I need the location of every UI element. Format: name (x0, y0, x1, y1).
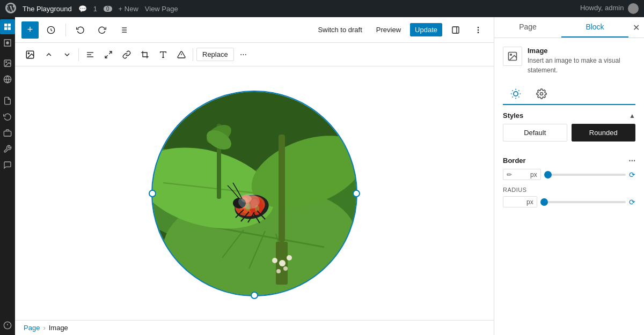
sidebar-icon-blocks[interactable] (0, 19, 15, 34)
switch-to-draft-button[interactable]: Switch to draft (313, 23, 367, 36)
svg-point-23 (478, 29, 478, 30)
breadcrumb-sep: › (43, 324, 45, 332)
radius-value-input[interactable] (507, 198, 525, 206)
rounded-image[interactable] (152, 92, 356, 295)
border-slider[interactable] (544, 174, 626, 176)
align-button[interactable] (82, 48, 98, 62)
add-block-button[interactable]: + (21, 21, 39, 39)
move-up-button[interactable] (41, 48, 57, 62)
more-options-button[interactable] (469, 23, 487, 37)
sidebar-icon-pages[interactable] (0, 125, 15, 140)
move-down-button[interactable] (59, 48, 75, 62)
redo-button[interactable] (93, 23, 111, 37)
toolbar-right: Switch to draft Preview Update (313, 23, 487, 37)
close-sidebar-button[interactable]: ✕ (628, 17, 644, 38)
sidebar-icon-page[interactable] (0, 93, 15, 108)
canvas (15, 66, 494, 320)
resize-handle-right[interactable] (353, 190, 360, 197)
resize-handle-bottom[interactable] (251, 292, 258, 299)
resize-handle-left[interactable] (149, 190, 156, 197)
image-container (152, 92, 356, 295)
style-buttons: Default Rounded (503, 124, 635, 142)
style-tab-visual[interactable] (503, 84, 529, 105)
warning-button[interactable] (173, 48, 189, 62)
site-name[interactable]: The Playground (23, 5, 72, 13)
styles-label: Styles (503, 111, 523, 120)
block-toolbar-sep-1 (78, 48, 79, 61)
styles-section-header: Styles ▲ (503, 105, 635, 124)
breadcrumb: Page › Image (15, 320, 494, 335)
block-name: Image (528, 47, 635, 55)
border-link-icon[interactable]: ⟳ (629, 170, 635, 179)
view-page-link[interactable]: View Page (145, 5, 178, 13)
svg-point-4 (6, 41, 9, 44)
breadcrumb-page[interactable]: Page (24, 324, 40, 332)
block-tab[interactable]: Block (561, 17, 628, 38)
undo-button[interactable] (71, 23, 90, 37)
svg-rect-3 (8, 27, 11, 30)
sidebar-icon-patterns[interactable] (0, 35, 15, 50)
preview-button[interactable]: Preview (371, 23, 406, 36)
replace-button[interactable]: Replace (196, 48, 234, 61)
block-info-text: Image Insert an image to make a visual s… (528, 47, 635, 75)
border-slider-container (544, 174, 626, 176)
editor-layout: + Switch to draft Preview Update (0, 17, 644, 335)
radius-slider[interactable] (540, 201, 626, 203)
new-link[interactable]: + New (119, 5, 138, 13)
svg-point-52 (272, 258, 277, 263)
block-icon (503, 47, 522, 66)
svg-rect-48 (279, 135, 285, 242)
page-tab[interactable]: Page (494, 17, 561, 38)
more-block-options-button[interactable]: ⋯ (236, 48, 251, 61)
svg-rect-2 (4, 27, 7, 30)
text-button[interactable] (155, 48, 171, 62)
sidebar-content: Image Insert an image to make a visual s… (494, 38, 644, 335)
svg-point-65 (241, 195, 252, 203)
sidebar-icon-undo[interactable] (0, 109, 15, 124)
style-tab-settings[interactable] (529, 84, 554, 105)
border-more-icon[interactable]: ⋯ (628, 157, 635, 165)
styles-chevron-icon[interactable]: ▲ (629, 112, 635, 120)
image-block-type[interactable] (21, 47, 39, 62)
editor-main: + Switch to draft Preview Update (15, 17, 494, 335)
svg-point-51 (287, 255, 292, 260)
link-button[interactable] (119, 48, 135, 62)
block-toolbar-sep-2 (193, 48, 193, 61)
update-button[interactable]: Update (410, 23, 442, 36)
list-view-button[interactable] (114, 23, 133, 37)
block-toolbar: Replace ⋯ (15, 43, 494, 66)
sidebar-icon-tools[interactable] (0, 142, 15, 157)
svg-point-54 (276, 269, 281, 273)
border-input-box: ✏ px (503, 169, 541, 180)
sidebar-icon-comments[interactable] (0, 158, 15, 173)
sidebar-icon-pin[interactable] (0, 318, 15, 333)
toolbar-sep-1 (65, 24, 66, 36)
border-label: Border (503, 157, 526, 165)
radius-unit-label: px (526, 198, 533, 206)
radius-link-icon[interactable]: ⟳ (629, 198, 635, 206)
svg-point-6 (6, 62, 7, 63)
sidebar-tabs: Page Block ✕ (494, 17, 644, 38)
tools-button[interactable] (42, 23, 60, 37)
block-desc: Insert an image to make a visual stateme… (528, 56, 635, 75)
rounded-style-button[interactable]: Rounded (572, 124, 636, 142)
svg-rect-0 (4, 24, 7, 26)
sidebar-icon-site[interactable] (0, 72, 15, 87)
svg-rect-9 (4, 131, 11, 136)
default-style-button[interactable]: Default (503, 124, 567, 142)
breadcrumb-image: Image (49, 324, 68, 332)
crop-button[interactable] (137, 48, 153, 62)
sidebar-icon-media[interactable] (0, 56, 15, 71)
howdy-text: Howdy, admin (580, 3, 639, 14)
fullscreen-button[interactable] (100, 48, 116, 62)
border-unit-label: px (530, 171, 537, 178)
wp-logo-icon (5, 3, 16, 15)
block-info: Image Insert an image to make a visual s… (503, 47, 635, 75)
svg-point-53 (283, 266, 288, 271)
admin-bar: The Playground 💬 1 0 + New View Page How… (0, 0, 644, 17)
comments-count: 1 (93, 5, 97, 13)
sidebar-toggle-button[interactable] (447, 23, 465, 37)
border-value-input[interactable] (513, 170, 529, 178)
radius-slider-container (540, 201, 626, 203)
top-toolbar: + Switch to draft Preview Update (15, 17, 494, 43)
